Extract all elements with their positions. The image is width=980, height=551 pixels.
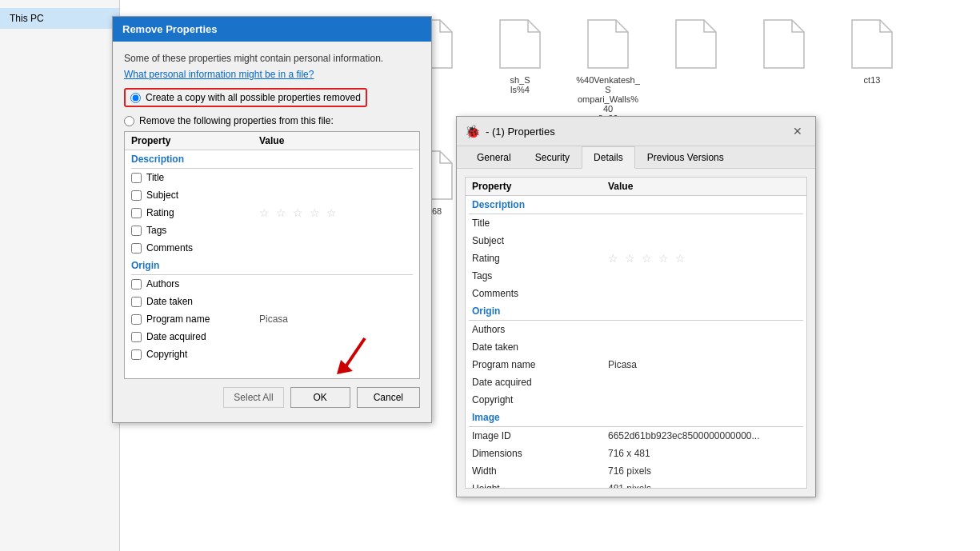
props-table-header: Property Value	[125, 132, 419, 150]
props-dialog-title: - (1) Properties	[486, 126, 555, 138]
bug-icon: 🐞	[465, 124, 481, 139]
pi-section-description: Description	[466, 196, 806, 214]
list-item[interactable]: %40Venkatesh_Sompari_Walls%400~06	[576, 16, 640, 123]
red-arrow-icon	[329, 334, 377, 378]
pi-row-imageid: Image ID 6652d61bb923ec8500000000000...	[466, 427, 806, 445]
pi-row-dimensions: Dimensions 716 x 481	[466, 445, 806, 462]
select-all-button[interactable]: Select All	[223, 387, 283, 408]
file-icon	[672, 16, 720, 72]
radio-option-remove[interactable]: Remove the following properties from thi…	[124, 115, 420, 126]
props-row-title[interactable]: Title	[125, 169, 419, 186]
dialog-title: Remove Properties	[122, 23, 218, 35]
list-item[interactable]	[664, 16, 728, 123]
rating-stars: ☆ ☆ ☆ ☆ ☆	[259, 206, 338, 219]
dialog-body: Some of these properties might contain p…	[113, 42, 431, 422]
checkbox-subject[interactable]	[131, 190, 142, 201]
props-row-subject[interactable]: Subject	[125, 186, 419, 204]
checkbox-programname[interactable]	[131, 314, 142, 325]
tab-security[interactable]: Security	[523, 146, 582, 169]
svg-line-0	[345, 338, 365, 368]
pi-section-image: Image	[466, 409, 806, 426]
checkbox-authors[interactable]	[131, 279, 142, 289]
tab-details[interactable]: Details	[582, 146, 635, 169]
header-property: Property	[131, 135, 259, 146]
pi-row-copyright: Copyright	[466, 391, 806, 409]
pi-row-dateacquired: Date acquired	[466, 373, 806, 391]
radio-highlighted-box: Create a copy with all possible properti…	[124, 88, 367, 107]
props-titlebar-left: 🐞 - (1) Properties	[465, 124, 555, 139]
file-label: ct13	[864, 75, 881, 85]
pi-row-datetaken: Date taken	[466, 338, 806, 356]
section-origin: Origin	[125, 257, 419, 274]
pi-row-height: Height 481 pixels	[466, 480, 806, 489]
list-item[interactable]: sh_Sls%4	[488, 16, 552, 123]
radio-create-copy[interactable]	[130, 93, 141, 103]
properties-dialog: 🐞 - (1) Properties ✕ General Security De…	[456, 116, 816, 497]
file-icon	[496, 16, 544, 72]
pi-row-width: Width 716 pixels	[466, 462, 806, 480]
checkbox-tags[interactable]	[131, 226, 142, 236]
dialog-buttons: Select All OK Cancel	[124, 379, 420, 411]
checkbox-comments[interactable]	[131, 243, 142, 254]
ok-button[interactable]: OK	[290, 387, 350, 408]
file-icon	[760, 16, 808, 72]
radio-remove-following[interactable]	[124, 116, 134, 126]
personal-info-link[interactable]: What personal information might be in a …	[124, 69, 314, 80]
dialog-info-text: Some of these properties might contain p…	[124, 53, 420, 64]
props-content: Property Value Description Title Subject…	[457, 169, 815, 497]
pi-header: Property Value	[466, 178, 806, 196]
props-titlebar: 🐞 - (1) Properties ✕	[457, 117, 815, 146]
props-row-authors[interactable]: Authors	[125, 275, 419, 293]
section-description: Description	[125, 150, 419, 168]
file-label: sh_Sls%4	[510, 75, 530, 94]
radio-option-copy[interactable]: Create a copy with all possible properti…	[124, 88, 420, 107]
props-row-datetaken[interactable]: Date taken	[125, 293, 419, 310]
pi-row-subject: Subject	[466, 232, 806, 250]
checkbox-title[interactable]	[131, 173, 142, 183]
props-row-tags[interactable]: Tags	[125, 222, 419, 239]
checkbox-dateacquired[interactable]	[131, 332, 142, 342]
props-inner-table: Property Value Description Title Subject…	[465, 177, 807, 489]
pi-row-programname: Program name Picasa	[466, 356, 806, 373]
header-value: Value	[259, 135, 413, 146]
pi-row-title: Title	[466, 214, 806, 232]
remove-properties-dialog: Remove Properties Some of these properti…	[112, 16, 432, 423]
pi-row-tags: Tags	[466, 267, 806, 285]
pi-row-authors: Authors	[466, 321, 806, 338]
file-icon	[584, 16, 632, 72]
checkbox-datetaken[interactable]	[131, 297, 142, 307]
list-item[interactable]: ct13	[840, 16, 904, 123]
sidebar: This PC	[0, 0, 120, 551]
dialog-titlebar: Remove Properties	[113, 17, 431, 42]
tab-previous-versions[interactable]: Previous Versions	[635, 146, 736, 169]
props-row-rating[interactable]: Rating ☆ ☆ ☆ ☆ ☆	[125, 204, 419, 222]
pi-section-origin: Origin	[466, 302, 806, 320]
tabs-bar: General Security Details Previous Versio…	[457, 146, 815, 169]
checkbox-rating[interactable]	[131, 208, 142, 218]
checkbox-copyright[interactable]	[131, 349, 142, 360]
cancel-button[interactable]: Cancel	[357, 387, 420, 408]
sidebar-item-thispc[interactable]: This PC	[0, 8, 119, 29]
pi-rating-stars: ☆ ☆ ☆ ☆ ☆	[608, 252, 687, 265]
props-row-comments[interactable]: Comments	[125, 239, 419, 257]
list-item[interactable]	[752, 16, 816, 123]
tab-general[interactable]: General	[465, 146, 523, 169]
pi-row-rating: Rating ☆ ☆ ☆ ☆ ☆	[466, 250, 806, 267]
file-icon	[848, 16, 896, 72]
props-close-button[interactable]: ✕	[788, 123, 807, 139]
pi-row-comments: Comments	[466, 285, 806, 302]
props-row-programname[interactable]: Program name Picasa	[125, 310, 419, 328]
